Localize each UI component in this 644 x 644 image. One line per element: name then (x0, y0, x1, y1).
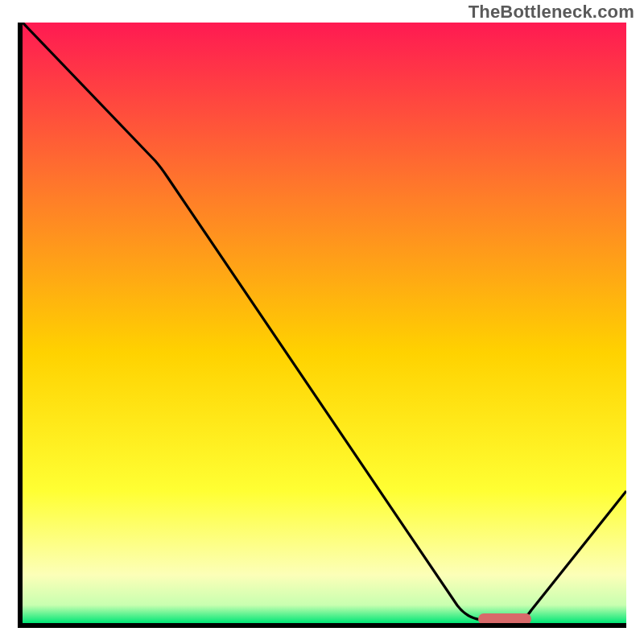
bottleneck-curve (23, 23, 626, 620)
chart-plot (23, 23, 626, 623)
optimal-zone-marker (478, 613, 531, 623)
chart-container: TheBottleneck.com (0, 0, 644, 644)
watermark-label: TheBottleneck.com (469, 2, 634, 23)
